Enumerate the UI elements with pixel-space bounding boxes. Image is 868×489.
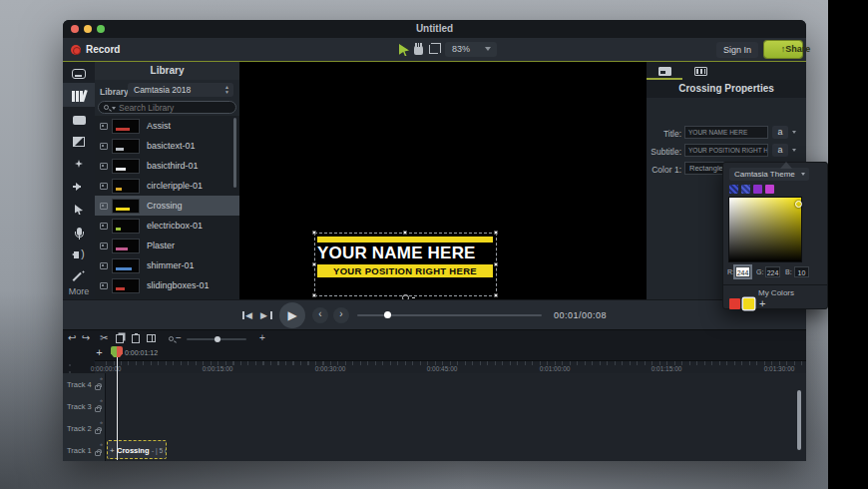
resize-handle[interactable]	[494, 231, 498, 235]
chevron-down-icon[interactable]	[792, 149, 796, 154]
sidebar-item-animations[interactable]	[63, 177, 95, 197]
resize-handle[interactable]	[494, 262, 498, 266]
edit-cursor-icon[interactable]	[399, 44, 409, 56]
cut-button[interactable]: ✂	[100, 332, 108, 344]
my-color-swatch-yellow-selected[interactable]	[743, 298, 754, 309]
list-item[interactable]: Assist	[95, 116, 239, 136]
theme-swatch[interactable]	[729, 185, 738, 194]
asset-name: Plaster	[147, 241, 175, 250]
sidebar-item-audio-effects[interactable]	[63, 244, 95, 264]
zoom-slider-thumb[interactable]	[215, 336, 220, 342]
lock-icon[interactable]	[95, 451, 101, 456]
theme-swatch[interactable]	[753, 185, 762, 194]
track-lane[interactable]: + Crossing - | 5 clips	[106, 439, 806, 461]
magic-wand-icon	[73, 270, 85, 282]
step-forward-button[interactable]: ▶	[260, 309, 274, 321]
timeline-tracks: Track 4 ‹› Track 3 ‹› Track 2 ‹›	[63, 373, 806, 460]
playhead-handle[interactable]	[111, 346, 124, 357]
record-button[interactable]: Record	[86, 44, 120, 55]
sidebar-item-annotations[interactable]	[63, 110, 95, 130]
track-lane[interactable]	[106, 417, 806, 439]
previous-clip-button[interactable]: ‹	[312, 307, 328, 323]
theme-swatch[interactable]	[765, 185, 774, 194]
resize-handle[interactable]	[494, 293, 498, 297]
color-picker-ring[interactable]	[795, 201, 802, 208]
track-lane[interactable]	[106, 395, 806, 417]
lock-icon[interactable]	[95, 385, 101, 390]
microphone-icon	[77, 228, 82, 236]
track-lane[interactable]	[106, 373, 806, 395]
title-graphic[interactable]: YOUR NAME HERE YOUR POSITION RIGHT HERE	[315, 234, 495, 280]
timeline-scrollbar[interactable]	[797, 390, 801, 450]
title-bar[interactable]: Untitled	[63, 20, 806, 38]
list-item[interactable]: circleripple-01	[95, 176, 239, 196]
search-input[interactable]	[119, 102, 228, 113]
tab-media[interactable]	[682, 62, 718, 80]
color-theme-select[interactable]: Camtasia Theme	[729, 168, 809, 181]
saturation-brightness-picker[interactable]	[728, 197, 802, 262]
sidebar-item-voice-narration[interactable]	[63, 222, 95, 242]
next-clip-button[interactable]: ›	[333, 307, 349, 323]
r-input[interactable]: 244	[735, 266, 750, 277]
sidebar-item-behaviors[interactable]	[63, 154, 95, 174]
playhead-out-handle[interactable]	[117, 346, 123, 357]
sidebar-item-cursor-effects[interactable]	[63, 200, 95, 220]
timeline-header: + ▾ 0:00:01:12	[63, 346, 806, 360]
timeline-clip-crossing[interactable]: + Crossing - | 5 clips	[107, 440, 167, 459]
theme-swatch[interactable]	[741, 185, 750, 194]
sign-in-button[interactable]: Sign In	[716, 42, 758, 58]
canvas-stage[interactable]: YOUR NAME HERE YOUR POSITION RIGHT HERE	[239, 62, 647, 299]
lock-icon[interactable]	[95, 407, 101, 412]
resize-handle[interactable]	[312, 262, 316, 266]
resize-handle[interactable]	[403, 231, 407, 235]
title-field[interactable]	[684, 126, 768, 139]
track-resize-icon[interactable]: ‹›	[100, 441, 102, 447]
g-input[interactable]: 224	[765, 266, 780, 277]
track-resize-icon[interactable]: ‹›	[100, 375, 102, 381]
playhead-in-handle[interactable]	[111, 346, 117, 357]
sidebar-item-media[interactable]	[63, 64, 95, 84]
resize-handle[interactable]	[312, 293, 316, 297]
canvas-zoom-select[interactable]: 83%	[445, 42, 497, 57]
title-font-button[interactable]: a	[772, 126, 788, 139]
play-button[interactable]: ▶	[279, 302, 305, 328]
subtitle-field[interactable]	[684, 144, 768, 157]
lock-icon[interactable]	[95, 429, 101, 434]
track-resize-icon[interactable]: ‹›	[100, 397, 102, 403]
undo-button[interactable]: ↩	[68, 332, 76, 344]
add-color-button[interactable]: +	[759, 297, 765, 309]
b-input[interactable]: 10	[794, 266, 809, 277]
list-item-selected[interactable]: Crossing	[95, 196, 239, 216]
add-track-button[interactable]: +	[93, 346, 106, 358]
zoom-out-button[interactable]: −	[176, 332, 182, 344]
list-item[interactable]: basictext-01	[95, 136, 239, 156]
share-button[interactable]: ↑ Share	[764, 41, 802, 58]
resize-handle[interactable]	[312, 231, 316, 235]
sidebar-item-library[interactable]	[63, 86, 95, 106]
list-item[interactable]: electricbox-01	[95, 216, 239, 236]
scrubber-thumb[interactable]	[384, 311, 391, 318]
expand-group-button[interactable]: +	[110, 446, 115, 455]
sidebar-item-visual-effects[interactable]	[63, 266, 95, 286]
library-search[interactable]	[98, 101, 236, 114]
track-resize-icon[interactable]: ‹›	[100, 419, 102, 425]
timeline-zoom-slider[interactable]	[187, 338, 246, 340]
list-item[interactable]: Plaster	[95, 236, 239, 255]
step-back-button[interactable]: ◀	[242, 309, 256, 321]
crop-icon[interactable]	[429, 45, 438, 54]
list-item[interactable]: basicthird-01	[95, 156, 239, 176]
pan-hand-icon[interactable]	[414, 45, 423, 55]
behaviors-icon	[75, 160, 83, 168]
library-scrollbar[interactable]	[233, 118, 236, 188]
sidebar-more-button[interactable]: More	[63, 286, 95, 296]
list-item[interactable]: slidingboxes-01	[95, 275, 239, 295]
my-color-swatch-red[interactable]	[729, 298, 740, 309]
list-item[interactable]: shimmer-01	[95, 255, 239, 275]
redo-button[interactable]: ↪	[82, 332, 90, 344]
timeline-ruler[interactable]: 0:00:00:00 0:00:15:00 0:00:30:00 0:00:45…	[95, 360, 806, 373]
zoom-in-button[interactable]: +	[259, 332, 265, 344]
library-select[interactable]: Camtasia 2018 ▲▼	[128, 83, 233, 97]
sidebar-item-transitions[interactable]	[63, 132, 95, 152]
playhead-line[interactable]	[117, 346, 118, 460]
chevron-down-icon[interactable]	[792, 131, 796, 136]
